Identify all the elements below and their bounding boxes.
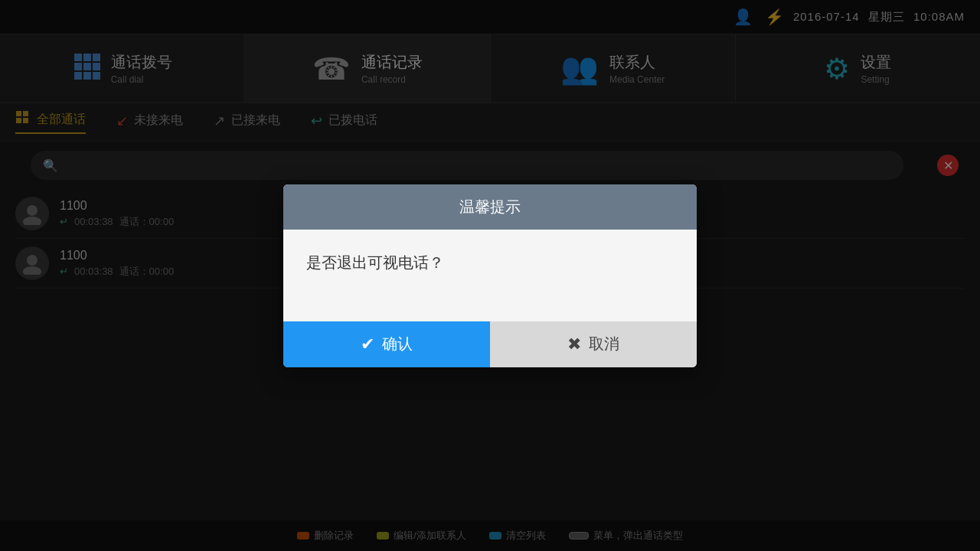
confirm-icon: ✔ xyxy=(361,334,374,354)
modal-title: 温馨提示 xyxy=(459,198,521,215)
modal-dialog: 温馨提示 是否退出可视电话？ ✔ 确认 ✖ 取消 xyxy=(283,184,697,367)
cancel-label: 取消 xyxy=(589,334,619,354)
modal-footer: ✔ 确认 ✖ 取消 xyxy=(283,321,697,367)
modal-cancel-button[interactable]: ✖ 取消 xyxy=(490,321,697,367)
cancel-icon: ✖ xyxy=(567,334,581,354)
modal-overlay: 温馨提示 是否退出可视电话？ ✔ 确认 ✖ 取消 xyxy=(0,0,980,551)
modal-header: 温馨提示 xyxy=(283,184,697,230)
confirm-label: 确认 xyxy=(382,334,413,354)
modal-confirm-button[interactable]: ✔ 确认 xyxy=(283,321,490,367)
modal-message: 是否退出可视电话？ xyxy=(306,251,674,274)
modal-body: 是否退出可视电话？ xyxy=(283,230,697,321)
